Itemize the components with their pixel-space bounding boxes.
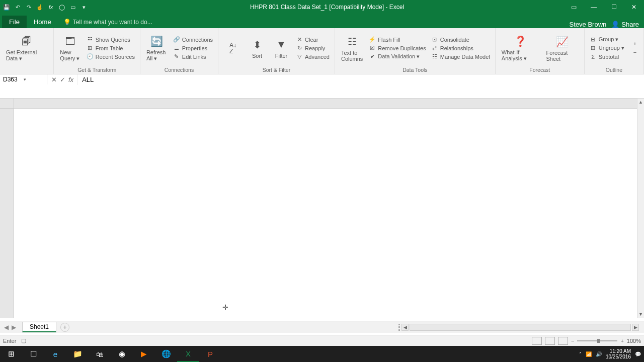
touch-mode-icon[interactable]: ☝ <box>36 4 43 11</box>
tab-home[interactable]: Home <box>27 16 58 28</box>
sheet-tab-sheet1[interactable]: Sheet1 <box>22 322 56 332</box>
file-explorer-icon[interactable]: 📁 <box>66 346 89 362</box>
chart-icon[interactable]: ◯ <box>58 4 65 11</box>
scroll-up-icon[interactable]: ▲ <box>637 99 644 106</box>
advanced-filter-button[interactable]: ▽Advanced <box>294 53 332 61</box>
macro-record-icon[interactable]: ▢ <box>21 337 26 344</box>
clear-filter-button[interactable]: ✕Clear <box>294 36 332 44</box>
consolidate-button[interactable]: ⊡Consolidate <box>429 36 492 44</box>
relationships-button[interactable]: ⇄Relationships <box>429 44 492 52</box>
ribbon: 🗐Get External Data ▾ 🗔New Query ▾ ☷Show … <box>0 28 644 74</box>
system-clock[interactable]: 11:20 AM10/25/2016 <box>606 348 631 359</box>
mode-indicator: Enter <box>3 338 16 344</box>
form-icon[interactable]: ▭ <box>69 4 76 11</box>
next-sheet-icon[interactable]: ▶ <box>12 324 16 331</box>
user-name[interactable]: Steve Brown <box>570 21 607 28</box>
excel-taskbar-icon[interactable]: X <box>177 346 199 362</box>
globe-icon[interactable]: 🌐 <box>155 346 177 362</box>
media-icon[interactable]: ▶ <box>133 346 155 362</box>
remove-duplicates-button[interactable]: ☒Remove Duplicates <box>367 44 428 52</box>
zoom-slider[interactable] <box>577 340 617 341</box>
start-button[interactable]: ⊞ <box>0 346 22 362</box>
undo-icon[interactable]: ↶ <box>14 4 21 11</box>
cancel-formula-icon[interactable]: ✕ <box>51 76 57 83</box>
zoom-in-button[interactable]: + <box>620 338 623 344</box>
sort-button[interactable]: ⬍Sort <box>246 37 269 60</box>
manage-data-model-button[interactable]: ☷Manage Data Model <box>429 53 492 61</box>
add-sheet-button[interactable]: + <box>60 323 69 332</box>
fx-button-icon[interactable]: fx <box>68 76 73 83</box>
ribbon-options-icon[interactable]: ▭ <box>564 0 584 14</box>
fx-icon[interactable]: fx <box>47 4 54 11</box>
group-button[interactable]: ⊟Group ▾ <box>588 36 626 44</box>
show-queries-button[interactable]: ☷Show Queries <box>85 36 137 44</box>
horizontal-scrollbar[interactable]: ◀▶ <box>69 324 644 331</box>
quick-access-toolbar: 💾 ↶ ↷ ☝ fx ◯ ▭ ▾ <box>0 4 91 11</box>
edit-links-button[interactable]: ✎Edit Links <box>171 53 215 61</box>
prev-sheet-icon[interactable]: ◀ <box>4 324 9 331</box>
windows-taskbar: ⊞ ☐ e 📁 🛍 ◉ ▶ 🌐 X P ˄ 📶 🔊 11:20 AM10/25/… <box>0 346 644 362</box>
vertical-scrollbar[interactable]: ▲ ▼ <box>637 99 644 318</box>
status-bar: Enter ▢ − + 100% <box>0 335 644 346</box>
sort-az-button[interactable]: A↓Z <box>221 40 245 56</box>
connections-button[interactable]: 🔗Connections <box>171 36 215 44</box>
bulb-icon: 💡 <box>63 19 71 26</box>
tab-file[interactable]: File <box>2 16 27 28</box>
powerpoint-taskbar-icon[interactable]: P <box>199 346 221 362</box>
spreadsheet-grid[interactable]: ▲ ▼ <box>0 99 644 318</box>
reapply-button[interactable]: ↻Reapply <box>294 44 332 52</box>
chrome-icon[interactable]: ◉ <box>111 346 133 362</box>
filter-button[interactable]: ▼Filter <box>270 37 293 60</box>
zoom-level[interactable]: 100% <box>627 338 641 344</box>
show-detail-button[interactable]: + <box>629 40 640 48</box>
sheet-tabs: ◀▶ Sheet1 + ◀▶ <box>0 321 644 333</box>
ungroup-button[interactable]: ⊞Ungroup ▾ <box>588 44 626 52</box>
select-all-corner[interactable] <box>0 99 14 109</box>
column-headers[interactable] <box>14 99 637 109</box>
forecast-sheet-button[interactable]: 📈Forecast Sheet <box>543 34 581 63</box>
window-title: HHPR 801 Class Data Set_1 [Compatibility… <box>91 4 564 11</box>
close-icon[interactable]: ✕ <box>624 0 644 14</box>
formula-bar: D363▾ ✕ ✓ fx ALL <box>0 74 644 99</box>
share-button[interactable]: 👤 Share <box>611 21 639 28</box>
what-if-button[interactable]: ❓What-If Analysis ▾ <box>499 33 542 63</box>
scroll-down-icon[interactable]: ▼ <box>637 311 644 318</box>
maximize-icon[interactable]: ☐ <box>604 0 624 14</box>
tell-me-search[interactable]: 💡 Tell me what you want to do... <box>58 16 570 28</box>
edge-icon[interactable]: e <box>44 346 66 362</box>
minimize-icon[interactable]: — <box>584 0 604 14</box>
page-break-view-button[interactable] <box>558 337 568 345</box>
wifi-icon[interactable]: 📶 <box>586 351 592 357</box>
name-box[interactable]: D363▾ <box>0 74 47 84</box>
get-external-data-button[interactable]: 🗐Get External Data ▾ <box>3 33 50 63</box>
redo-icon[interactable]: ↷ <box>25 4 32 11</box>
formula-input[interactable]: ALL <box>78 74 644 85</box>
subtotal-button[interactable]: ΣSubtotal <box>588 53 626 61</box>
task-view-icon[interactable]: ☐ <box>22 346 44 362</box>
text-to-columns-button[interactable]: ☷Text to Columns <box>338 34 366 63</box>
row-headers[interactable] <box>0 109 14 318</box>
new-query-button[interactable]: 🗔New Query ▾ <box>57 33 83 63</box>
store-icon[interactable]: 🛍 <box>89 346 111 362</box>
share-icon: 👤 <box>611 21 619 28</box>
properties-button[interactable]: ☰Properties <box>171 44 215 52</box>
page-layout-view-button[interactable] <box>545 337 555 345</box>
qat-more-icon[interactable]: ▾ <box>80 4 88 11</box>
tray-up-icon[interactable]: ˄ <box>579 351 582 357</box>
save-icon[interactable]: 💾 <box>3 4 10 11</box>
normal-view-button[interactable] <box>532 337 542 345</box>
zoom-out-button[interactable]: − <box>571 338 574 344</box>
refresh-all-button[interactable]: 🔄Refresh All ▾ <box>143 33 170 63</box>
volume-icon[interactable]: 🔊 <box>596 351 602 357</box>
title-bar: 💾 ↶ ↷ ☝ fx ◯ ▭ ▾ HHPR 801 Class Data Set… <box>0 0 644 14</box>
from-table-button[interactable]: ⊞From Table <box>85 44 137 52</box>
enter-formula-icon[interactable]: ✓ <box>60 76 65 83</box>
ribbon-tabs: File Home 💡 Tell me what you want to do.… <box>0 14 644 28</box>
flash-fill-button[interactable]: ⚡Flash Fill <box>367 36 428 44</box>
hide-detail-button[interactable]: − <box>629 48 640 56</box>
data-validation-button[interactable]: ✔Data Validation ▾ <box>367 53 428 61</box>
recent-sources-button[interactable]: 🕘Recent Sources <box>85 53 137 61</box>
notifications-icon[interactable]: 💬 <box>635 351 641 357</box>
